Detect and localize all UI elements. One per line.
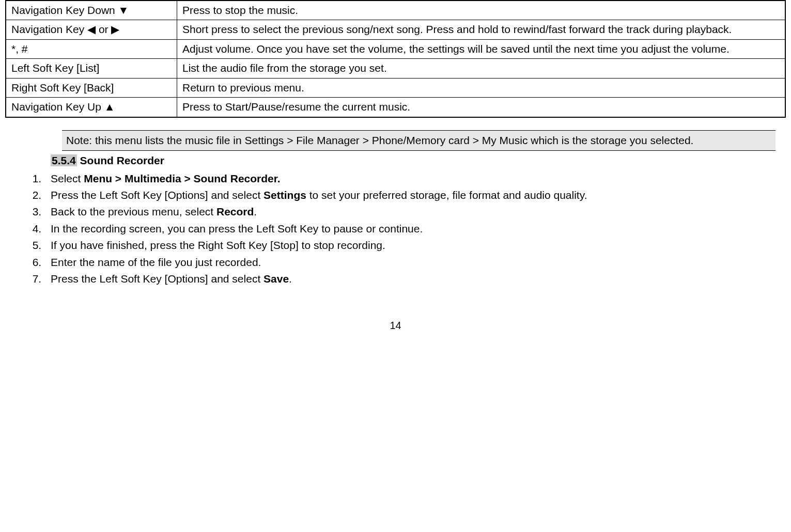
desc-cell: Press to Start/Pause/resume the current … — [177, 98, 786, 117]
list-item: Press the Left Soft Key [Options] and se… — [44, 271, 776, 287]
section-title: Sound Recorder — [77, 154, 164, 166]
step-text: Press the Left Soft Key [Options] and se… — [51, 189, 263, 201]
page-number: 14 — [5, 318, 786, 333]
note-text: Note: this menu lists the music file in … — [66, 134, 693, 146]
key-cell: Left Soft Key [List] — [6, 59, 177, 78]
list-item: Select Menu > Multimedia > Sound Recorde… — [44, 171, 776, 186]
desc-cell: Adjust volume. Once you have set the vol… — [177, 39, 786, 58]
steps-list: Select Menu > Multimedia > Sound Recorde… — [24, 171, 776, 287]
table-row: *, # Adjust volume. Once you have set th… — [6, 39, 785, 58]
step-text: Select — [51, 173, 84, 184]
table-row: Left Soft Key [List] List the audio file… — [6, 59, 785, 78]
step-bold: Menu > Multimedia > Sound Recorder. — [84, 173, 280, 184]
section-heading: 5.5.4 Sound Recorder — [51, 153, 786, 168]
list-item: Back to the previous menu, select Record… — [44, 204, 776, 220]
section-number: 5.5.4 — [51, 154, 77, 166]
step-text: . — [254, 206, 257, 217]
list-item: If you have finished, press the Right So… — [44, 238, 776, 253]
key-cell: Navigation Key Up ▲ — [6, 98, 177, 117]
step-text: . — [289, 273, 292, 285]
table-row: Navigation Key Down ▼ Press to stop the … — [6, 1, 785, 20]
step-text: In the recording screen, you can press t… — [51, 223, 423, 234]
step-bold: Settings — [263, 189, 306, 201]
key-cell: Navigation Key Down ▼ — [6, 1, 177, 20]
step-text: to set your preferred storage, file form… — [306, 189, 587, 201]
key-cell: Navigation Key ◀ or ▶ — [6, 20, 177, 39]
key-cell: Right Soft Key [Back] — [6, 78, 177, 97]
step-text: Back to the previous menu, select — [51, 206, 216, 217]
table-row: Right Soft Key [Back] Return to previous… — [6, 78, 785, 97]
desc-cell: Short press to select the previous song/… — [177, 20, 786, 39]
table-row: Navigation Key Up ▲ Press to Start/Pause… — [6, 98, 785, 117]
note-box: Note: this menu lists the music file in … — [62, 130, 776, 151]
step-text: If you have finished, press the Right So… — [51, 239, 385, 251]
desc-cell: List the audio file from the storage you… — [177, 59, 786, 78]
key-cell: *, # — [6, 39, 177, 58]
desc-cell: Return to previous menu. — [177, 78, 786, 97]
step-text: Enter the name of the file you just reco… — [51, 256, 261, 268]
list-item: Enter the name of the file you just reco… — [44, 255, 776, 270]
list-item: Press the Left Soft Key [Options] and se… — [44, 187, 776, 203]
step-text: Press the Left Soft Key [Options] and se… — [51, 273, 263, 285]
table-row: Navigation Key ◀ or ▶ Short press to sel… — [6, 20, 785, 39]
list-item: In the recording screen, you can press t… — [44, 221, 776, 237]
step-bold: Record — [216, 206, 254, 217]
desc-cell: Press to stop the music. — [177, 1, 786, 20]
step-bold: Save — [263, 273, 289, 285]
key-function-table: Navigation Key Down ▼ Press to stop the … — [5, 0, 786, 118]
